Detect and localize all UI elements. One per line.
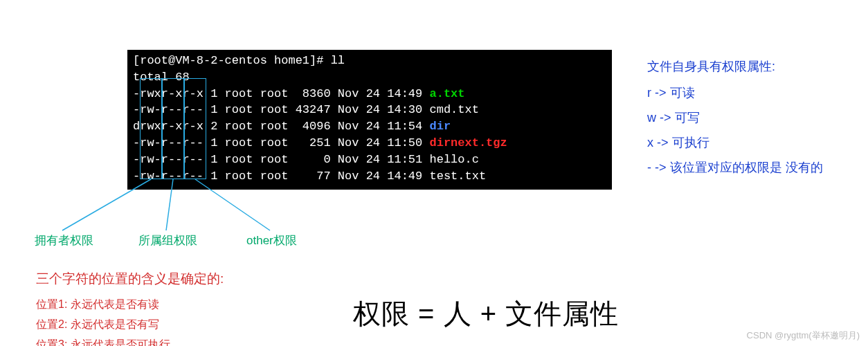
file-name: dir bbox=[429, 120, 451, 133]
attr-r: r -> 可读 bbox=[647, 80, 823, 105]
file-name: hello.c bbox=[429, 153, 478, 166]
file-name: a.txt bbox=[429, 87, 464, 100]
terminal-listing: -rwxr-xr-x 1 root root 8360 Nov 24 14:49… bbox=[133, 86, 606, 185]
terminal-window: [root@VM-8-2-centos home1]# ll total 68 … bbox=[127, 50, 612, 190]
position-meaning-section: 三个字符的位置的含义是确定的: 位置1: 永远代表是否有读 位置2: 永远代表是… bbox=[36, 267, 224, 346]
terminal-row: -rw-r--r-- 1 root root 251 Nov 24 11:50 … bbox=[133, 135, 606, 152]
terminal-prompt-line: [root@VM-8-2-centos home1]# ll bbox=[133, 53, 606, 69]
terminal-row: -rw-r--r-- 1 root root 0 Nov 24 11:51 he… bbox=[133, 152, 606, 168]
label-other: other权限 bbox=[246, 233, 297, 248]
file-name: test.txt bbox=[429, 170, 486, 183]
label-owner: 拥有者权限 bbox=[35, 233, 93, 248]
watermark: CSDN @rygttm(举杯邀明月) bbox=[747, 329, 860, 342]
permission-attributes-panel: 文件自身具有权限属性: r -> 可读 w -> 可写 x -> 可执行 - -… bbox=[647, 54, 823, 180]
terminal-row: -rw-r--r-- 1 root root 77 Nov 24 14:49 t… bbox=[133, 168, 606, 185]
label-group: 所属组权限 bbox=[138, 233, 197, 248]
red-p2: 位置2: 永远代表是否有写 bbox=[36, 315, 224, 335]
file-name: cmd.txt bbox=[429, 103, 478, 116]
terminal-row: -rwxr-xr-x 1 root root 8360 Nov 24 14:49… bbox=[133, 86, 606, 102]
attr-x: x -> 可执行 bbox=[647, 130, 823, 155]
equation-text: 权限 = 人 + 文件属性 bbox=[353, 295, 619, 333]
attr-w: w -> 可写 bbox=[647, 105, 823, 130]
attr-dash: - -> 该位置对应的权限是 没有的 bbox=[647, 155, 823, 180]
red-heading: 三个字符的位置的含义是确定的: bbox=[36, 267, 224, 291]
red-p1: 位置1: 永远代表是否有读 bbox=[36, 295, 224, 315]
terminal-row: drwxr-xr-x 2 root root 4096 Nov 24 11:54… bbox=[133, 118, 606, 135]
attr-title: 文件自身具有权限属性: bbox=[647, 54, 823, 79]
file-name: dirnext.tgz bbox=[429, 136, 507, 149]
red-p3: 位置3: 永远代表是否可执行 bbox=[36, 335, 224, 346]
terminal-total-line: total 68 bbox=[133, 69, 606, 86]
terminal-row: -rw-r--r-- 1 root root 43247 Nov 24 14:3… bbox=[133, 102, 606, 118]
